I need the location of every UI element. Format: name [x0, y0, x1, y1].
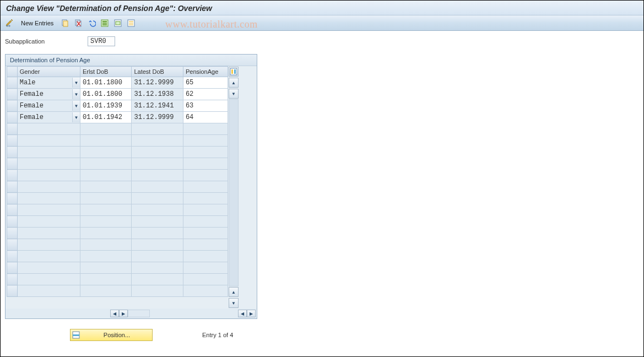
latest-dob-input[interactable]: [132, 170, 182, 181]
gender-dropdown[interactable]: ▼: [72, 101, 80, 111]
erlst-dob-input[interactable]: [80, 204, 131, 215]
hscroll-right-button[interactable]: ▶: [119, 310, 128, 317]
erlst-dob-input[interactable]: [80, 147, 131, 158]
pension-age-input[interactable]: [183, 158, 228, 169]
configure-columns-button[interactable]: [229, 67, 239, 77]
undo-button[interactable]: [86, 18, 97, 29]
hscroll-track-1[interactable]: [128, 310, 150, 317]
row-selector[interactable]: [7, 251, 18, 262]
latest-dob-input[interactable]: [132, 89, 182, 100]
pension-age-input[interactable]: [183, 77, 228, 88]
scroll-down-button[interactable]: ▼: [229, 298, 239, 308]
latest-dob-input[interactable]: [132, 239, 182, 250]
gender-dropdown[interactable]: ▼: [72, 78, 80, 88]
latest-dob-input[interactable]: [132, 123, 182, 134]
hscroll-right-button-2[interactable]: ▶: [247, 310, 256, 317]
row-selector[interactable]: [7, 100, 18, 112]
new-entries-button[interactable]: New Entries: [17, 18, 57, 29]
pension-age-input[interactable]: [183, 285, 228, 296]
col-erlst-dob[interactable]: Erlst DoB: [80, 67, 131, 77]
latest-dob-input[interactable]: [132, 228, 182, 239]
erlst-dob-input[interactable]: [80, 228, 131, 239]
pension-age-input[interactable]: [183, 147, 228, 158]
position-button[interactable]: Position...: [70, 329, 153, 341]
select-all-button[interactable]: [99, 18, 110, 29]
row-selector[interactable]: [7, 216, 18, 228]
latest-dob-input[interactable]: [132, 181, 182, 192]
pension-age-input[interactable]: [183, 112, 228, 123]
row-selector[interactable]: [7, 274, 18, 285]
pension-age-input[interactable]: [183, 193, 228, 204]
delete-button[interactable]: [73, 18, 84, 29]
erlst-dob-input[interactable]: [80, 170, 131, 181]
latest-dob-input[interactable]: [132, 147, 182, 158]
pension-age-input[interactable]: [183, 181, 228, 192]
pension-age-input[interactable]: [183, 228, 228, 239]
latest-dob-input[interactable]: [132, 77, 182, 88]
erlst-dob-input[interactable]: [80, 135, 131, 146]
toggle-change-button[interactable]: [4, 18, 15, 29]
row-selector[interactable]: [7, 147, 18, 158]
latest-dob-input[interactable]: [132, 100, 182, 111]
erlst-dob-input[interactable]: [80, 274, 131, 285]
row-selector[interactable]: [7, 262, 18, 274]
row-selector-header[interactable]: [7, 67, 18, 77]
deselect-all-button[interactable]: [126, 18, 137, 29]
pension-age-input[interactable]: [183, 274, 228, 285]
col-latest-dob[interactable]: Latest DoB: [132, 67, 183, 77]
erlst-dob-input[interactable]: [80, 216, 131, 227]
latest-dob-input[interactable]: [132, 251, 182, 262]
erlst-dob-input[interactable]: [80, 285, 131, 296]
row-selector[interactable]: [7, 123, 18, 135]
row-selector[interactable]: [7, 181, 18, 193]
erlst-dob-input[interactable]: [80, 239, 131, 250]
copy-as-button[interactable]: [59, 18, 71, 29]
erlst-dob-input[interactable]: [80, 100, 131, 111]
pension-age-input[interactable]: [183, 123, 228, 134]
hscroll-left-button[interactable]: ◀: [110, 310, 119, 317]
row-selector[interactable]: [7, 135, 18, 147]
row-selector[interactable]: [7, 239, 18, 251]
latest-dob-input[interactable]: [132, 274, 182, 285]
row-selector[interactable]: [7, 285, 18, 297]
pension-age-input[interactable]: [183, 89, 228, 100]
latest-dob-input[interactable]: [132, 285, 182, 296]
hscroll-left-button-2[interactable]: ◀: [238, 310, 247, 317]
latest-dob-input[interactable]: [132, 262, 182, 273]
erlst-dob-input[interactable]: [80, 158, 131, 169]
pension-age-input[interactable]: [183, 262, 228, 273]
row-selector[interactable]: [7, 170, 18, 181]
scroll-up-small-button[interactable]: ▲: [229, 287, 239, 297]
latest-dob-input[interactable]: [132, 193, 182, 204]
row-selector[interactable]: [7, 77, 18, 89]
subapplication-input[interactable]: [88, 36, 115, 46]
erlst-dob-input[interactable]: [80, 77, 131, 88]
pension-age-input[interactable]: [183, 100, 228, 111]
latest-dob-input[interactable]: [132, 204, 182, 215]
col-gender[interactable]: Gender: [17, 67, 80, 77]
latest-dob-input[interactable]: [132, 135, 182, 146]
pension-age-input[interactable]: [183, 216, 228, 227]
pension-age-input[interactable]: [183, 170, 228, 181]
col-pension-age[interactable]: PensionAge: [183, 67, 228, 77]
vertical-scrollbar-track[interactable]: [229, 99, 239, 286]
select-block-button[interactable]: [112, 18, 123, 29]
erlst-dob-input[interactable]: [80, 181, 131, 192]
scroll-down-small-button[interactable]: ▼: [229, 89, 239, 99]
gender-dropdown[interactable]: ▼: [72, 89, 80, 99]
erlst-dob-input[interactable]: [80, 251, 131, 262]
pension-age-input[interactable]: [183, 251, 228, 262]
erlst-dob-input[interactable]: [80, 89, 131, 100]
gender-dropdown[interactable]: ▼: [72, 112, 80, 122]
latest-dob-input[interactable]: [132, 216, 182, 227]
row-selector[interactable]: [7, 89, 18, 100]
pension-age-input[interactable]: [183, 239, 228, 250]
row-selector[interactable]: [7, 158, 18, 170]
erlst-dob-input[interactable]: [80, 262, 131, 273]
row-selector[interactable]: [7, 193, 18, 204]
row-selector[interactable]: [7, 204, 18, 216]
erlst-dob-input[interactable]: [80, 112, 131, 123]
pension-age-input[interactable]: [183, 135, 228, 146]
erlst-dob-input[interactable]: [80, 193, 131, 204]
latest-dob-input[interactable]: [132, 158, 182, 169]
